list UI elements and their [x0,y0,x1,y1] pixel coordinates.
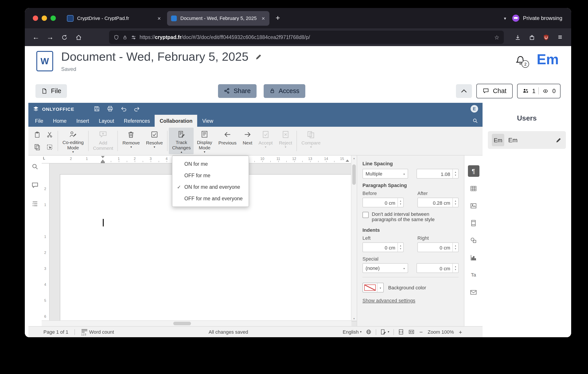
notifications-button[interactable]: 2 [515,55,526,66]
menu-references[interactable]: References [119,115,155,127]
spin-down-icon[interactable]: ▾ [400,203,401,206]
track-option-on-for-me[interactable]: ON for me [172,158,249,170]
extensions-button[interactable] [525,31,538,43]
display-mode-button[interactable]: Display Mode ▾ [194,128,215,154]
undo-button[interactable] [117,104,130,114]
special-amount-input[interactable]: 0 cm ▴▾ [417,263,459,273]
language-selector[interactable]: English ▾ [343,329,362,334]
tab-document[interactable]: Document - Wed, February 5, 2025 × [167,11,269,25]
vertical-scroll-thumb[interactable] [352,164,356,185]
add-comment-button[interactable]: Add Comment [90,128,116,154]
page-indicator[interactable]: Page 1 of 1 [43,329,68,334]
home-button[interactable] [72,31,85,43]
mail-merge-tab[interactable] [468,286,479,298]
spacing-before-input[interactable]: 0 cm ▴▾ [362,198,404,207]
zoom-in-button[interactable]: + [458,329,463,335]
track-changes-button[interactable]: Track Changes ▴ [169,128,194,154]
presence-counts[interactable]: 1 0 [517,83,560,98]
find-button[interactable] [30,162,40,171]
paragraph-settings-tab[interactable]: ¶ [468,165,479,177]
menu-insert[interactable]: Insert [71,115,94,127]
save-button[interactable] [90,104,104,114]
lock-icon[interactable] [122,34,128,40]
editor-search-button[interactable] [467,115,483,127]
fit-width-icon[interactable] [408,329,415,335]
shape-settings-tab[interactable] [468,234,479,246]
spin-up-icon[interactable]: ▴ [455,244,456,247]
cut-button[interactable] [43,129,55,141]
menu-home[interactable]: Home [48,115,71,127]
right-indent-marker[interactable] [346,159,349,162]
forward-button[interactable]: → [43,31,57,43]
menu-collaboration[interactable]: Collaboration [155,115,197,127]
chart-settings-tab[interactable] [468,252,479,263]
close-window-button[interactable] [33,16,38,21]
spin-up-icon[interactable]: ▴ [455,199,456,203]
spin-down-icon[interactable]: ▾ [455,203,456,206]
chevron-down-icon[interactable]: ▾ [377,283,383,292]
editor-user-avatar[interactable]: E [471,105,478,113]
indent-right-input[interactable]: 0 cm ▴▾ [417,242,459,252]
minimize-window-button[interactable] [42,16,47,21]
compare-button[interactable]: Compare ▾ [298,128,324,154]
share-button[interactable]: Share [218,84,256,98]
copy-button[interactable] [31,141,43,153]
spin-down-icon[interactable]: ▾ [455,174,456,177]
collapse-toolbar-button[interactable] [456,84,472,98]
spin-up-icon[interactable]: ▴ [455,171,456,174]
access-button[interactable]: Access [264,84,305,98]
comments-panel-button[interactable] [30,180,40,190]
accept-change-button[interactable]: Accept ▾ [255,128,276,154]
spin-down-icon[interactable]: ▾ [455,247,456,250]
menu-view[interactable]: View [197,115,218,127]
chat-button[interactable]: Chat [477,83,513,98]
menu-file[interactable]: File [30,115,48,127]
tab-stop-marker[interactable]: L [43,156,45,160]
scroll-down-arrow[interactable]: ▾ [351,317,357,320]
print-button[interactable] [104,104,117,114]
back-button[interactable]: ← [29,31,42,43]
spacing-after-input[interactable]: 0.28 cm ▴▾ [417,198,459,207]
scroll-up-arrow[interactable]: ▴ [351,156,357,159]
advanced-settings-link[interactable]: Show advanced settings [362,298,459,303]
account-avatar[interactable]: Em [537,51,559,68]
zoom-level[interactable]: Zoom 100% [428,329,454,334]
previous-change-button[interactable]: Previous [215,128,240,154]
special-select[interactable]: (none) ▾ [362,263,408,273]
maximize-window-button[interactable] [51,16,56,21]
next-change-button[interactable]: Next [240,128,255,154]
spin-down-icon[interactable]: ▾ [400,247,401,250]
track-option-on-for-everyone[interactable]: ✓ ON for me and everyone [172,181,249,193]
spin-up-icon[interactable]: ▴ [400,244,401,247]
remove-comment-button[interactable]: Remove ▾ [119,128,143,154]
redo-button[interactable] [130,104,143,114]
track-option-off-for-me[interactable]: OFF for me [172,170,249,181]
url-bar[interactable]: https://cryptpad.fr/doc/#/3/doc/edit/ff0… [109,31,504,44]
close-tab-icon[interactable]: × [157,15,161,21]
navigation-panel-button[interactable] [30,199,40,209]
reload-button[interactable] [58,31,71,43]
spin-up-icon[interactable]: ▴ [400,199,401,203]
background-color-picker[interactable]: ▾ [362,283,384,292]
new-tab-button[interactable]: + [271,14,284,23]
resolve-button[interactable]: Resolve ▾ [143,128,166,154]
left-indent-marker[interactable] [101,159,105,162]
downloads-button[interactable] [511,31,524,43]
table-settings-tab[interactable] [468,183,479,194]
spellcheck-globe-icon[interactable] [366,329,372,335]
track-option-off-for-everyone[interactable]: OFF for me and everyone [172,193,249,204]
permissions-icon[interactable] [131,34,136,40]
coediting-mode-button[interactable]: Co-editing Mode ▾ [59,128,87,154]
image-settings-tab[interactable] [468,200,479,211]
paste-button[interactable] [31,129,43,141]
left-indent-box-marker[interactable] [101,162,105,163]
zoom-out-button[interactable]: − [419,329,424,335]
vertical-ruler[interactable]: 21123456 [42,163,50,321]
edit-title-pencil-icon[interactable] [254,53,262,61]
reject-change-button[interactable]: Reject ▾ [276,128,295,154]
interval-checkbox-row[interactable]: Don't add interval between paragraphs of… [362,211,459,222]
select-all-button[interactable] [43,141,55,153]
horizontal-scrollbar[interactable] [42,320,351,326]
list-tabs-chevron-icon[interactable]: ▾ [498,16,513,21]
track-changes-status-toggle[interactable]: ▾ [380,329,389,335]
